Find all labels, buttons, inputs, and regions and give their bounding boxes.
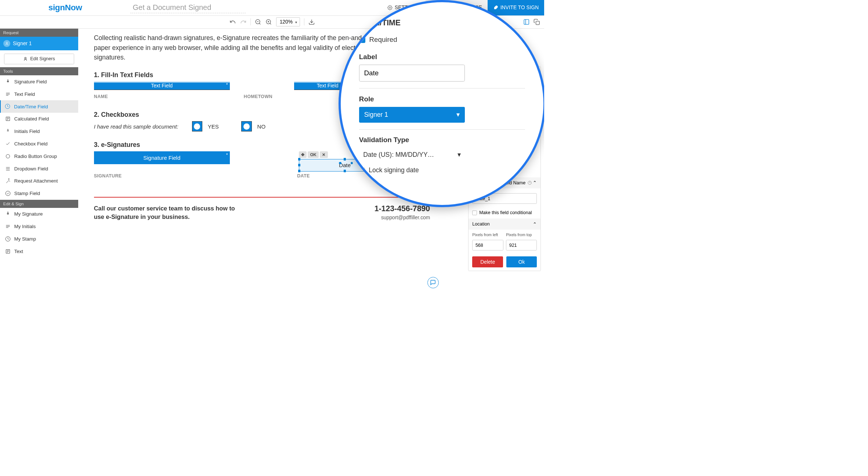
magnifier-loupe: DATE/TIME Required Label Role Signer 1 ▾… xyxy=(339,0,545,207)
role-value: Signer 1 xyxy=(364,111,388,119)
location-label: Location xyxy=(472,221,489,227)
required-row[interactable]: Required xyxy=(359,36,525,44)
zoom-select-wrap[interactable]: 120% xyxy=(276,19,300,25)
copy-icon[interactable] xyxy=(534,19,540,25)
separator xyxy=(304,18,304,25)
chevron-down-icon: ▾ xyxy=(456,111,460,119)
ok-button[interactable]: Ok xyxy=(506,256,537,267)
no-checkbox[interactable] xyxy=(241,121,252,131)
location-inputs: Pixels from left Pixels from top xyxy=(469,230,540,253)
footer-row: Call our customer service team to discus… xyxy=(94,204,430,221)
move-handle-icon[interactable]: ✥ xyxy=(299,151,307,158)
location-header[interactable]: Location ⌃ xyxy=(469,219,540,230)
footer-text: Call our customer service team to discus… xyxy=(94,204,246,221)
tool-date-time-field[interactable]: Date/Time Field xyxy=(0,100,78,113)
phone-number: 1-123-456-7890 xyxy=(375,204,430,213)
signer-label: Signer 1 xyxy=(13,41,32,46)
svg-line-5 xyxy=(270,23,271,24)
edit-signers-button[interactable]: Edit Signers xyxy=(4,54,74,64)
chat-bubble-icon[interactable] xyxy=(427,277,439,288)
intro-text: Collecting realistic hand-drawn signatur… xyxy=(94,33,375,62)
signer-row[interactable]: Signer 1 xyxy=(0,37,78,51)
zoom-out-icon[interactable] xyxy=(255,19,261,25)
help-icon[interactable] xyxy=(528,181,532,185)
px-left-label: Pixels from left xyxy=(472,232,503,237)
invite-label: INVITE TO SIGN xyxy=(500,5,539,10)
tool-text-field[interactable]: Text Field xyxy=(0,88,78,100)
px-top-label: Pixels from top xyxy=(506,232,537,237)
chevron-up-icon: ⌃ xyxy=(533,180,537,185)
editsign-text[interactable]: Text xyxy=(0,245,78,257)
conditional-label: Make this field conditional xyxy=(479,210,532,215)
tool-dropdown-field[interactable]: Dropdown Field xyxy=(0,162,78,175)
lock-label: Lock signing date xyxy=(369,166,419,174)
signature-label: SIGNATURE xyxy=(94,173,122,178)
px-top-input[interactable] xyxy=(506,240,537,250)
svg-line-2 xyxy=(259,23,260,24)
hometown-label: HOMETOWN xyxy=(244,94,272,99)
tools-header: Tools xyxy=(0,67,78,75)
role-heading: Role xyxy=(359,95,525,103)
yes-label: YES xyxy=(208,123,219,130)
date-field-label: Date xyxy=(339,162,351,168)
svg-rect-9 xyxy=(524,19,529,24)
undo-icon[interactable] xyxy=(229,19,236,25)
panel-buttons: Delete Ok xyxy=(469,253,540,271)
tool-signature-field[interactable]: Signature Field xyxy=(0,75,78,88)
no-label: NO xyxy=(257,123,266,130)
editsign-my-initials[interactable]: My Initials xyxy=(0,220,78,233)
lock-signing-row[interactable]: Lock signing date xyxy=(359,166,525,174)
tool-stamp-field[interactable]: Stamp Field xyxy=(0,187,78,200)
download-icon[interactable] xyxy=(308,19,315,25)
label-heading: Label xyxy=(359,53,525,61)
tool-calculated-field[interactable]: Calculated Field xyxy=(0,113,78,125)
px-left-input[interactable] xyxy=(472,240,503,250)
label-input[interactable] xyxy=(359,65,465,82)
delete-button[interactable]: Delete xyxy=(472,256,503,267)
invite-to-sign-button[interactable]: INVITE TO SIGN xyxy=(488,0,545,15)
loupe-title: DATE/TIME xyxy=(359,18,525,28)
close-field-button[interactable]: ✕ xyxy=(320,151,328,158)
role-select[interactable]: Signer 1 ▾ xyxy=(359,107,465,123)
conditional-row[interactable]: Make this field conditional xyxy=(469,207,540,219)
tool-initials-field[interactable]: Initials Field xyxy=(0,125,78,138)
yes-checkbox[interactable] xyxy=(192,121,202,131)
svg-rect-11 xyxy=(536,21,540,25)
editsign-my-signature[interactable]: My Signature xyxy=(0,208,78,220)
support-email: support@pdffiller.com xyxy=(375,215,430,220)
svg-point-13 xyxy=(25,57,26,59)
document-title-input[interactable]: Get a Document Signed xyxy=(130,2,246,13)
tool-request-attachment[interactable]: Request Attachment xyxy=(0,175,78,187)
checkbox-prompt: I have read this sample document: xyxy=(94,123,178,130)
tool-checkbox-field[interactable]: Checkbox Field xyxy=(0,138,78,150)
chevron-up-icon: ⌃ xyxy=(533,221,537,227)
separator xyxy=(250,18,251,25)
name-label: NAME xyxy=(94,94,108,99)
layout-icon[interactable] xyxy=(523,19,530,25)
sidebar: Request Signer 1 Edit Signers Tools Sign… xyxy=(0,29,78,299)
svg-point-12 xyxy=(6,42,7,44)
name-text-field[interactable]: Text Field xyxy=(94,82,230,90)
conditional-checkbox[interactable] xyxy=(472,210,477,215)
zoom-in-icon[interactable] xyxy=(265,19,272,25)
tool-radio-button-group[interactable]: Radio Button Group xyxy=(0,150,78,162)
validation-heading: Validation Type xyxy=(359,136,525,144)
date-label: DATE xyxy=(297,173,310,178)
svg-point-0 xyxy=(389,7,390,8)
required-label: Required xyxy=(369,36,397,44)
toolbar-right xyxy=(523,19,540,25)
signature-field[interactable]: Signature Field xyxy=(94,151,230,164)
ok-field-button[interactable]: OK xyxy=(308,151,318,158)
editsign-my-stamp[interactable]: My Stamp xyxy=(0,232,78,245)
request-header: Request xyxy=(0,29,78,37)
footer-contact: 1-123-456-7890 support@pdffiller.com xyxy=(375,204,430,220)
edit-sign-header: Edit & Sign xyxy=(0,200,78,208)
validation-select[interactable]: Date (US): MM/DD/YY… ▾ xyxy=(359,148,465,162)
chevron-down-icon: ▾ xyxy=(457,151,461,159)
redo-icon[interactable] xyxy=(240,19,247,25)
zoom-value: 120% xyxy=(276,17,300,26)
signer-avatar-icon xyxy=(3,40,10,47)
edit-signers-label: Edit Signers xyxy=(30,56,55,61)
validation-value: Date (US): MM/DD/YY… xyxy=(363,151,434,159)
logo: signNow xyxy=(48,3,82,12)
